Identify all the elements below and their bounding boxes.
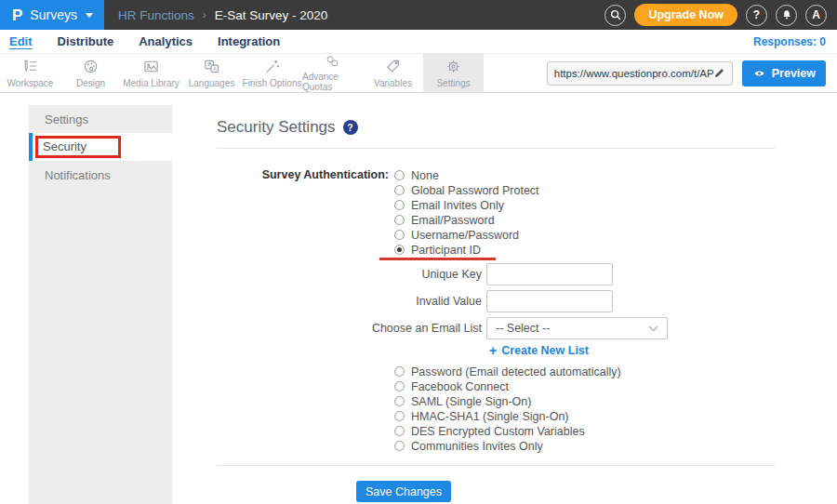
radio-option-password-email-detected[interactable]: Password (Email detected automatically)	[394, 365, 804, 378]
survey-url-text: https://www.questionpro.com/t/APNrFZ	[554, 68, 713, 79]
avatar[interactable]: A	[805, 5, 827, 26]
chevron-down-icon	[648, 325, 658, 332]
radio-icon	[394, 441, 405, 451]
participant-id-fields: Unique Key Invalid Value Choose an Email…	[217, 263, 804, 357]
toolbar-item-design[interactable]: Design	[60, 54, 121, 92]
tab-analytics[interactable]: Analytics	[139, 34, 193, 48]
save-changes-button[interactable]: Save Changes	[356, 481, 451, 502]
settings-sidebar: Settings Security Notifications	[29, 105, 172, 504]
survey-authentication-label: Survey Authentication:	[217, 168, 389, 260]
workspace-icon	[21, 58, 39, 75]
surveys-menu-label: Surveys	[30, 7, 77, 22]
breadcrumb-separator: ›	[203, 8, 206, 21]
radio-icon	[394, 381, 405, 391]
radio-icon	[394, 230, 405, 240]
surveys-menu[interactable]: P Surveys	[0, 0, 104, 30]
email-list-select[interactable]: -- Select --	[486, 317, 668, 339]
toolbar-item-advance-quotas[interactable]: Advance Quotas	[302, 54, 363, 92]
breadcrumb-survey-name: E-Sat Survey - 2020	[215, 8, 328, 22]
radio-icon	[394, 396, 405, 406]
survey-nav-tabs: Edit Distribute Analytics Integration Re…	[0, 30, 837, 53]
toolbar-item-workspace[interactable]: Workspace	[0, 54, 60, 92]
email-list-label: Choose an Email List	[217, 322, 486, 335]
notifications-button[interactable]	[776, 5, 797, 26]
sidebar-item-security[interactable]: Security	[29, 133, 172, 161]
edit-pencil-icon[interactable]	[713, 67, 725, 79]
toolbar-item-media-library[interactable]: Media Library	[121, 54, 181, 92]
radio-icon-selected	[394, 245, 405, 255]
tab-integration[interactable]: Integration	[218, 34, 280, 48]
breadcrumb-folder[interactable]: HR Functions	[118, 8, 194, 22]
radio-option-username-password[interactable]: Username/Password	[394, 228, 539, 242]
page-title: Security Settings	[217, 118, 336, 137]
toolbar-item-settings[interactable]: Settings	[423, 54, 484, 92]
sidebar-item-notifications[interactable]: Notifications	[29, 161, 172, 189]
settings-content: Settings Security Notifications Security…	[0, 93, 837, 504]
create-new-list-link[interactable]: + Create New List	[489, 344, 804, 357]
radio-option-global-password-protect[interactable]: Global Password Protect	[394, 183, 539, 197]
unique-key-label: Unique Key	[217, 268, 486, 281]
radio-icon	[394, 170, 405, 180]
radio-option-saml[interactable]: SAML (Single Sign-On)	[394, 394, 804, 408]
divider	[217, 148, 775, 149]
search-icon	[609, 8, 622, 21]
chevron-down-icon	[86, 13, 93, 18]
auth-options-group-a: None Global Password Protect Email Invit…	[394, 168, 539, 260]
radio-option-des-encrypted[interactable]: DES Encrypted Custom Variables	[394, 424, 804, 438]
survey-url-field[interactable]: https://www.questionpro.com/t/APNrFZ	[547, 61, 733, 86]
radio-option-email-invites-only[interactable]: Email Invites Only	[394, 198, 539, 212]
questionpro-logo: P	[12, 7, 22, 23]
radio-option-facebook-connect[interactable]: Facebook Connect	[394, 379, 804, 393]
radio-option-email-password[interactable]: Email/Password	[394, 213, 539, 227]
plus-icon: +	[489, 344, 497, 357]
invalid-value-input[interactable]	[486, 290, 613, 312]
radio-icon	[394, 426, 405, 436]
radio-icon	[394, 200, 405, 210]
radio-option-participant-id[interactable]: Participant ID	[394, 243, 539, 257]
radio-icon	[394, 411, 405, 421]
breadcrumb: HR Functions › E-Sat Survey - 2020	[118, 8, 327, 22]
radio-icon	[394, 215, 405, 225]
radio-option-none[interactable]: None	[394, 168, 539, 182]
toolbar-item-variables[interactable]: Variables	[363, 54, 423, 92]
toolbar-item-languages[interactable]: A Languages	[181, 54, 242, 92]
sidebar-item-settings[interactable]: Settings	[29, 105, 172, 133]
translate-icon: A	[203, 58, 220, 75]
unique-key-input[interactable]	[486, 263, 613, 285]
url-preview-group: https://www.questionpro.com/t/APNrFZ Pre…	[547, 54, 837, 92]
annotation-red-underline	[379, 258, 496, 260]
magic-wand-icon	[263, 58, 281, 75]
chain-links-icon	[324, 54, 341, 69]
upgrade-now-button[interactable]: Upgrade Now	[634, 4, 737, 26]
responses-count: Responses: 0	[753, 35, 837, 48]
top-navigation-bar: P Surveys HR Functions › E-Sat Survey - …	[0, 0, 837, 30]
tab-distribute[interactable]: Distribute	[58, 34, 114, 48]
toolbar-item-finish-options[interactable]: Finish Options	[242, 54, 302, 92]
preview-button[interactable]: Preview	[742, 60, 826, 86]
tab-edit[interactable]: Edit	[9, 34, 33, 48]
search-button[interactable]	[604, 5, 626, 26]
auth-options-group-b: Password (Email detected automatically) …	[394, 365, 804, 453]
tag-icon	[384, 58, 402, 75]
help-icon[interactable]: ?	[343, 120, 358, 135]
divider	[217, 465, 775, 466]
help-button[interactable]: ?	[746, 5, 767, 26]
radio-icon	[394, 366, 405, 377]
eye-icon	[752, 68, 766, 79]
image-icon	[142, 58, 160, 75]
invalid-value-label: Invalid Value	[217, 295, 486, 308]
radio-icon	[394, 185, 405, 195]
security-settings-panel: Security Settings ? Survey Authenticatio…	[172, 105, 804, 504]
radio-option-hmac-sha1[interactable]: HMAC-SHA1 (Single Sign-On)	[394, 409, 804, 423]
bell-icon	[780, 8, 793, 21]
radio-option-communities-invites-only[interactable]: Communities Invites Only	[394, 439, 804, 453]
edit-toolbar: Workspace Design Media Library A Languag…	[0, 53, 837, 93]
topbar-actions: Upgrade Now ? A	[604, 4, 837, 26]
gear-icon	[445, 58, 462, 75]
palette-icon	[82, 58, 100, 75]
annotation-red-box: Security	[35, 136, 121, 158]
